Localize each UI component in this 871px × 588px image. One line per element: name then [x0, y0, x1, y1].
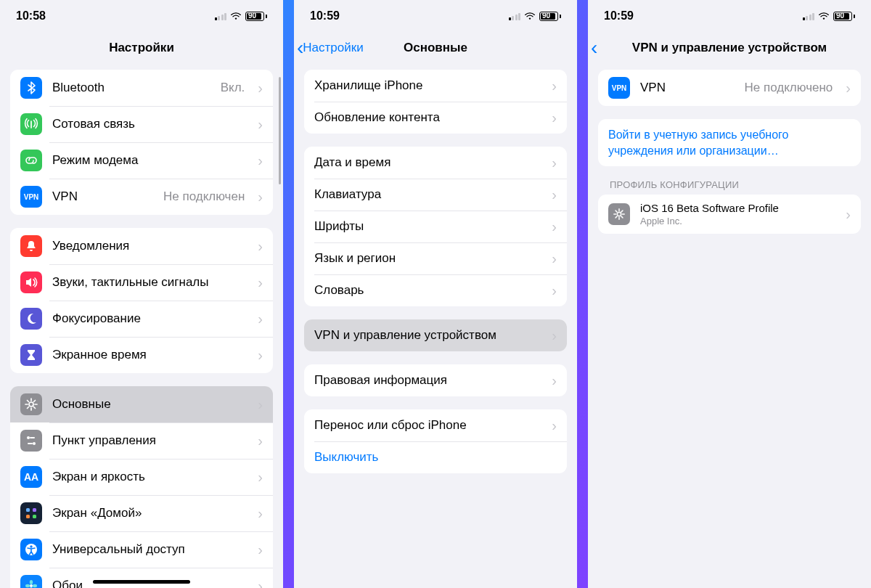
nav-title: VPN и управление устройством [632, 41, 827, 55]
chevron-right-icon: › [258, 542, 263, 557]
row-sounds[interactable]: Звуки, тактильные сигналы › [10, 264, 273, 301]
chevron-right-icon: › [258, 117, 263, 131]
battery-icon: 90 [245, 12, 267, 21]
chevron-right-icon: › [258, 348, 263, 362]
row-label: Войти в учетную запись учебного учрежден… [608, 127, 851, 158]
chevron-right-icon: › [552, 155, 557, 170]
row-label: Перенос или сброс iPhone [314, 418, 539, 433]
group-notifications: Уведомления › Звуки, тактильные сигналы … [10, 228, 273, 373]
row-cellular[interactable]: Сотовая связь › [10, 106, 273, 142]
row-label: Bluetooth [52, 81, 210, 95]
chevron-right-icon: › [552, 187, 557, 202]
profile-sub: Apple Inc. [640, 216, 833, 226]
group-storage: Хранилище iPhone› Обновление контента› [304, 70, 567, 134]
chevron-right-icon: › [258, 470, 263, 484]
row-vpn[interactable]: VPN VPN Не подключен › [10, 179, 273, 215]
row-bluetooth[interactable]: Bluetooth Вкл. › [10, 70, 273, 106]
status-time: 10:58 [16, 9, 46, 23]
row-vpn-device-mgmt[interactable]: VPN и управление устройством› [304, 319, 567, 351]
row-dictionary[interactable]: Словарь› [304, 274, 567, 306]
nav-bar: ‹Настройки Основные [294, 32, 577, 64]
status-bar: 10:59 90 [294, 0, 577, 32]
row-language[interactable]: Язык и регион› [304, 242, 567, 274]
row-label: Режим модема [52, 153, 245, 168]
home-indicator[interactable] [93, 580, 190, 584]
row-label: Звуки, тактильные сигналы [52, 275, 245, 290]
chevron-right-icon: › [258, 153, 263, 168]
chevron-right-icon: › [552, 219, 557, 234]
bell-icon [20, 235, 42, 257]
row-home-screen[interactable]: Экран «Домой» › [10, 495, 273, 531]
row-keyboard[interactable]: Клавиатура› [304, 179, 567, 211]
cellular-signal-icon [215, 12, 227, 20]
row-label: Правовая информация [314, 373, 539, 388]
row-value: Не подключено [745, 81, 833, 95]
group-locale: Дата и время› Клавиатура› Шрифты› Язык и… [304, 147, 567, 306]
row-vpn-status[interactable]: VPN VPN Не подключено › [598, 70, 861, 106]
nav-bar: Настройки [0, 32, 283, 64]
back-button[interactable]: ‹Настройки [297, 38, 364, 58]
bluetooth-icon [20, 77, 42, 99]
row-label: VPN [52, 189, 153, 204]
screenshot-vpn-mgmt: 10:59 90 ‹ VPN и управление устройством … [588, 0, 871, 588]
row-date-time[interactable]: Дата и время› [304, 147, 567, 179]
wifi-icon [524, 12, 536, 20]
chevron-right-icon: › [846, 81, 851, 95]
row-accessibility[interactable]: Универсальный доступ › [10, 531, 273, 568]
row-label: Словарь [314, 283, 539, 298]
row-shutdown[interactable]: Выключить [304, 441, 567, 473]
status-indicators: 90 [803, 12, 856, 21]
text-size-icon: AA [20, 466, 42, 488]
row-general[interactable]: Основные › [10, 386, 273, 422]
chevron-right-icon: › [258, 506, 263, 520]
general-list[interactable]: Хранилище iPhone› Обновление контента› Д… [294, 64, 577, 588]
row-focus[interactable]: Фокусирование › [10, 301, 273, 337]
row-hotspot[interactable]: Режим модема › [10, 142, 273, 179]
chevron-right-icon: › [846, 207, 851, 221]
vpn-icon: VPN [608, 77, 630, 99]
status-indicators: 90 [215, 12, 268, 21]
nav-title: Настройки [109, 41, 174, 55]
row-control-center[interactable]: Пункт управления › [10, 422, 273, 459]
battery-icon: 90 [833, 12, 855, 21]
row-display[interactable]: AA Экран и яркость › [10, 459, 273, 495]
row-label: VPN и управление устройством [314, 328, 539, 343]
section-header-profiles: ПРОФИЛЬ КОНФИГУРАЦИИ [610, 179, 849, 190]
scrollbar-indicator [279, 77, 281, 184]
cellular-signal-icon [509, 12, 521, 20]
row-label: Универсальный доступ [52, 542, 245, 557]
row-sign-in-org[interactable]: Войти в учетную запись учебного учрежден… [598, 119, 861, 166]
chevron-right-icon: › [552, 283, 557, 298]
chevron-right-icon: › [552, 110, 557, 125]
back-label: Настройки [303, 41, 363, 55]
row-legal[interactable]: Правовая информация› [304, 364, 567, 396]
group-connectivity: Bluetooth Вкл. › Сотовая связь › Режим м… [10, 70, 273, 215]
row-storage[interactable]: Хранилище iPhone› [304, 70, 567, 102]
back-button[interactable]: ‹ [591, 38, 597, 58]
group-reset: Перенос или сброс iPhone› Выключить [304, 409, 567, 473]
row-profile-beta[interactable]: iOS 16 Beta Software Profile Apple Inc. … [598, 195, 861, 234]
row-label: Основные [52, 397, 245, 412]
chevron-right-icon: › [552, 251, 557, 266]
row-label: Уведомления [52, 239, 245, 253]
row-label: Клавиатура [314, 187, 539, 202]
row-label: Сотовая связь [52, 117, 245, 131]
group-profiles: iOS 16 Beta Software Profile Apple Inc. … [598, 195, 861, 234]
switches-icon [20, 430, 42, 452]
row-notifications[interactable]: Уведомления › [10, 228, 273, 264]
accessibility-icon [20, 539, 42, 560]
row-label: Выключить [314, 450, 557, 465]
row-screentime[interactable]: Экранное время › [10, 337, 273, 373]
row-transfer-reset[interactable]: Перенос или сброс iPhone› [304, 409, 567, 441]
chevron-right-icon: › [258, 397, 263, 412]
row-fonts[interactable]: Шрифты› [304, 211, 567, 242]
cellular-signal-icon [803, 12, 815, 20]
gear-icon [608, 203, 630, 225]
status-indicators: 90 [509, 12, 562, 21]
chevron-right-icon: › [552, 373, 557, 388]
row-background-refresh[interactable]: Обновление контента› [304, 102, 567, 134]
chevron-right-icon: › [258, 311, 263, 326]
vpn-mgmt-list[interactable]: VPN VPN Не подключено › Войти в учетную … [588, 64, 871, 588]
settings-list[interactable]: Bluetooth Вкл. › Сотовая связь › Режим м… [0, 64, 283, 588]
row-wallpaper[interactable]: Обои › [10, 568, 273, 588]
